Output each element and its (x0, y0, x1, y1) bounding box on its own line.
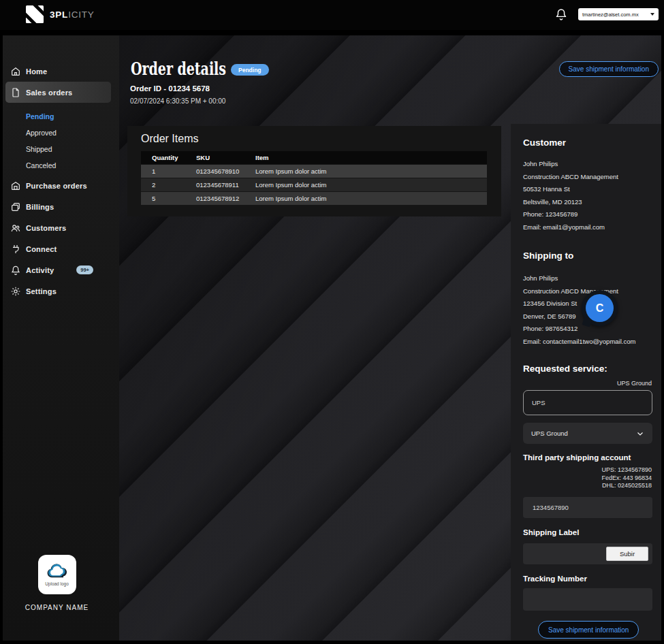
home-icon (10, 66, 21, 77)
settings-gear-icon (10, 286, 21, 297)
sidebar-item-label: Connect (26, 245, 57, 253)
shipping-label-input[interactable]: Subir (523, 543, 652, 564)
third-party-account-value: 1234567890 (533, 504, 569, 511)
sidebar-item-settings[interactable]: Settings (3, 280, 119, 302)
sidebar-item-label: Activity (26, 266, 54, 274)
customer-heading: Customer (523, 138, 566, 148)
brand-text: 3PLICITY (50, 10, 95, 20)
connect-icon (10, 244, 21, 255)
service-value: UPS Ground (531, 430, 568, 437)
account-dhl: DHL: 0245025518 (601, 482, 652, 490)
cell-item: Lorem Ipsum dolor actim (255, 178, 327, 191)
customer-phone: Phone: 123456789 (523, 208, 618, 221)
topbar: 3PLICITY tmartinez@alset.com.mx (0, 0, 664, 30)
sidebar-subitem-canceled[interactable]: Canceled (3, 157, 119, 174)
sidebar-subitem-label: Shipped (26, 145, 52, 153)
company-name: COMPANY NAME (0, 604, 115, 611)
brand-logo[interactable]: 3PLICITY (26, 5, 95, 23)
purchase-orders-icon (10, 180, 21, 191)
shipping-to-details: John Philips Construction ABCD Managemen… (523, 272, 635, 348)
cell-quantity: 1 (152, 165, 155, 178)
sidebar-item-label: Settings (26, 287, 57, 295)
sidebar-item-customers[interactable]: Customers (3, 217, 119, 238)
sidebar-subitem-pending[interactable]: Pending (3, 108, 119, 125)
third-party-heading: Third party shipping account (523, 453, 631, 462)
upload-file-button[interactable]: Subir (606, 547, 648, 561)
shipping-label-heading: Shipping Label (523, 528, 579, 536)
shipping-phone: Phone: 987654312 (523, 323, 635, 336)
requested-service-current: UPS Ground (617, 380, 652, 388)
customer-city: Beltsville, MD 20123 (523, 196, 618, 209)
cell-sku: 012345678911 (196, 178, 239, 191)
shipping-email: Email: contactemail1two@yopmail.com (523, 336, 635, 349)
sidebar-item-label: Billings (26, 203, 54, 211)
sidebar-item-purchase-orders[interactable]: Purchase orders (3, 175, 119, 196)
sidebar-item-label: Home (26, 67, 47, 76)
requested-service-heading: Requested service: (523, 364, 607, 374)
upload-logo-label: Upload logo (45, 581, 69, 586)
customers-icon (10, 223, 21, 234)
sidebar-subitem-label: Pending (26, 112, 54, 120)
sidebar-footer: Upload logo COMPANY NAME (0, 555, 115, 611)
customer-company: Construction ABCD Management (523, 171, 618, 184)
third-party-account-input[interactable]: 1234567890 (523, 497, 652, 518)
app-window: 3PLICITY tmartinez@alset.com.mx Home Sal… (0, 0, 664, 644)
page-bottom-border (0, 641, 664, 644)
sidebar-item-sales-orders[interactable]: Sales orders (5, 82, 111, 103)
cell-quantity: 2 (152, 178, 155, 191)
third-party-accounts: UPS: 1234567890 FedEx: 443 96834 DHL: 02… (601, 466, 652, 490)
carrier-input[interactable]: UPS (523, 390, 652, 415)
customer-name: John Philips (523, 158, 618, 171)
shipping-city: Denver, DE 56789 (523, 310, 635, 323)
sidebar: Home Sales orders Pending Approved Shipp… (3, 35, 119, 641)
sidebar-item-label: Purchase orders (26, 182, 87, 190)
save-shipment-button-top[interactable]: Save shipment information (559, 61, 659, 77)
cell-quantity: 5 (152, 192, 155, 205)
order-id: Order ID - 01234 5678 (130, 84, 210, 93)
account-email: tmartinez@alset.com.mx (582, 12, 650, 18)
save-shipment-button-bottom[interactable]: Save shipment information (538, 621, 639, 639)
collaborator-cursor: C (582, 290, 618, 326)
sales-orders-icon (10, 87, 21, 98)
chevron-down-icon (636, 430, 644, 438)
customer-email: Email: email1@yopmail.com (523, 221, 618, 234)
order-items-panel: Order Items Quantity SKU Item 1 01234567… (127, 126, 501, 216)
table-row[interactable]: 1 012345678910 Lorem Ipsum dolor actim (141, 165, 487, 178)
customer-street: 50532 Hanna St (523, 183, 618, 196)
table-row[interactable]: 5 012345678912 Lorem Ipsum dolor actim (141, 192, 487, 205)
column-item: Item (255, 151, 269, 164)
carrier-value: UPS (532, 399, 546, 406)
cloud-logo-icon (45, 564, 69, 580)
brand-logo-icon (26, 5, 44, 23)
sidebar-item-billings[interactable]: Billings (3, 196, 119, 217)
sidebar-subitem-shipped[interactable]: Shipped (3, 141, 119, 157)
customer-details: John Philips Construction ABCD Managemen… (523, 158, 618, 234)
order-items-table: Quantity SKU Item 1 012345678910 Lorem I… (141, 151, 487, 206)
account-menu[interactable]: tmartinez@alset.com.mx (578, 8, 659, 20)
status-badge: Pending (231, 64, 269, 76)
service-select[interactable]: UPS Ground (523, 423, 652, 444)
tracking-number-input[interactable] (523, 588, 652, 611)
shipping-to-heading: Shipping to (523, 251, 573, 261)
sidebar-item-activity[interactable]: Activity 99+ (3, 259, 119, 280)
sidebar-subitem-approved[interactable]: Approved (3, 125, 119, 141)
billings-icon (10, 202, 21, 212)
cell-item: Lorem Ipsum dolor actim (255, 165, 327, 178)
table-header-row: Quantity SKU Item (141, 151, 487, 164)
sidebar-item-home[interactable]: Home (3, 61, 119, 82)
upload-logo-button[interactable]: Upload logo (38, 555, 76, 594)
sidebar-item-connect[interactable]: Connect (3, 238, 119, 259)
column-sku: SKU (196, 151, 210, 164)
shipping-name: John Philips (523, 272, 635, 285)
collaborator-initial: C (586, 294, 614, 322)
shipping-company: Construction ABCD Management (523, 285, 635, 298)
activity-bell-icon (10, 265, 21, 276)
sidebar-subitem-label: Canceled (26, 161, 56, 170)
account-fedex: FedEx: 443 96834 (601, 474, 652, 483)
shipment-panel: Customer John Philips Construction ABCD … (511, 124, 661, 641)
activity-count-badge: 99+ (76, 265, 93, 274)
caret-down-icon (650, 13, 654, 16)
table-row[interactable]: 2 012345678911 Lorem Ipsum dolor actim (141, 178, 487, 191)
page-title: Order details (131, 59, 226, 79)
notifications-bell-icon[interactable] (554, 7, 568, 22)
